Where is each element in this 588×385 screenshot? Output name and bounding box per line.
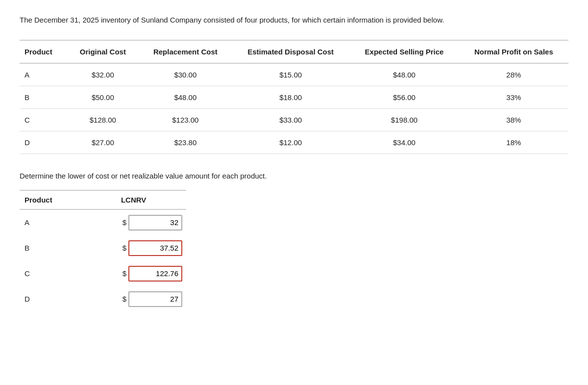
cell-estimated-disposal-cost: $18.00 [232,86,349,108]
lcnrv-table-row: C $ [20,261,186,286]
cell-expected-selling-price: $34.00 [349,131,459,154]
col-header-expected-selling-price: Expected Selling Price [349,40,459,63]
cell-replacement-cost: $30.00 [139,63,232,86]
cell-product: B [20,86,67,108]
cell-estimated-disposal-cost: $33.00 [232,108,349,131]
lcnrv-cell-input-wrap: $ [81,209,186,235]
col-header-product: Product [20,40,67,63]
cell-normal-profit: 33% [459,86,568,108]
cell-normal-profit: 38% [459,108,568,131]
dollar-sign: $ [122,295,126,303]
lcnrv-table: Product LCNRV A $ B $ C [20,190,186,312]
intro-text: The December 31, 2025 inventory of Sunla… [20,15,568,26]
cell-original-cost: $50.00 [67,86,139,108]
determine-text: Determine the lower of cost or net reali… [20,172,568,180]
cell-original-cost: $27.00 [67,131,139,154]
lcnrv-cell-product: A [20,209,81,235]
cell-estimated-disposal-cost: $12.00 [232,131,349,154]
cell-estimated-disposal-cost: $15.00 [232,63,349,86]
cell-normal-profit: 28% [459,63,568,86]
col-header-normal-profit: Normal Profit on Sales [459,40,568,63]
lcnrv-table-row: B $ [20,235,186,261]
cell-expected-selling-price: $48.00 [349,63,459,86]
product-info-table: Product Original Cost Replacement Cost E… [20,40,568,154]
cell-product: A [20,63,67,86]
dollar-sign: $ [122,218,126,227]
lcnrv-col-header-product: Product [20,190,81,209]
cell-product: C [20,108,67,131]
lcnrv-input-b[interactable] [128,240,182,256]
dollar-sign: $ [122,269,126,278]
lcnrv-col-header-lcnrv: LCNRV [81,190,186,209]
table-row: D $27.00 $23.80 $12.00 $34.00 18% [20,131,568,154]
dollar-sign: $ [122,244,126,252]
cell-original-cost: $32.00 [67,63,139,86]
lcnrv-table-row: D $ [20,286,186,312]
cell-replacement-cost: $123.00 [139,108,232,131]
lcnrv-table-row: A $ [20,209,186,235]
table-row: C $128.00 $123.00 $33.00 $198.00 38% [20,108,568,131]
table-row: A $32.00 $30.00 $15.00 $48.00 28% [20,63,568,86]
cell-product: D [20,131,67,154]
lcnrv-input-d[interactable] [128,291,182,307]
table-row: B $50.00 $48.00 $18.00 $56.00 33% [20,86,568,108]
cell-replacement-cost: $23.80 [139,131,232,154]
lcnrv-input-c[interactable] [128,266,182,282]
cell-expected-selling-price: $198.00 [349,108,459,131]
col-header-replacement-cost: Replacement Cost [139,40,232,63]
col-header-original-cost: Original Cost [67,40,139,63]
lcnrv-cell-product: C [20,261,81,286]
lcnrv-cell-input-wrap: $ [81,235,186,261]
cell-normal-profit: 18% [459,131,568,154]
lcnrv-cell-product: B [20,235,81,261]
lcnrv-input-a[interactable] [128,215,182,231]
lcnrv-cell-product: D [20,286,81,312]
cell-expected-selling-price: $56.00 [349,86,459,108]
lcnrv-cell-input-wrap: $ [81,261,186,286]
col-header-estimated-disposal-cost: Estimated Disposal Cost [232,40,349,63]
lcnrv-cell-input-wrap: $ [81,286,186,312]
cell-original-cost: $128.00 [67,108,139,131]
cell-replacement-cost: $48.00 [139,86,232,108]
